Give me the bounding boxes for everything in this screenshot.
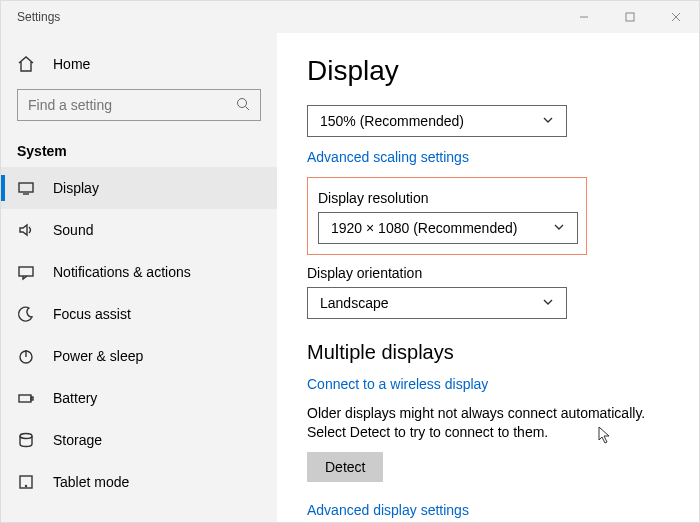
close-button[interactable] [653,1,699,33]
orientation-select[interactable]: Landscape [307,287,567,319]
home-nav[interactable]: Home [1,47,277,81]
sidebar-item-label: Focus assist [53,306,131,322]
settings-window: Settings Home Find a setting System Disp… [0,0,700,523]
tablet-icon [17,473,35,491]
svg-rect-11 [19,395,31,402]
nav-list: Display Sound Notifications & actions Fo… [1,167,277,503]
search-icon [236,97,250,114]
sidebar-item-display[interactable]: Display [1,167,277,209]
battery-icon [17,389,35,407]
home-icon [17,55,35,73]
sidebar-item-label: Storage [53,432,102,448]
sidebar-item-label: Display [53,180,99,196]
scale-select[interactable]: 150% (Recommended) [307,105,567,137]
window-controls [561,1,699,33]
sound-icon [17,221,35,239]
svg-rect-12 [31,397,33,400]
sidebar-item-label: Notifications & actions [53,264,191,280]
sidebar-item-label: Sound [53,222,93,238]
svg-point-4 [238,98,247,107]
maximize-button[interactable] [607,1,653,33]
svg-line-5 [246,106,250,110]
cursor-icon [598,426,612,447]
content-pane: Display 150% (Recommended) Advanced scal… [277,33,699,522]
home-label: Home [53,56,90,72]
multi-displays-heading: Multiple displays [307,341,669,364]
resolution-label: Display resolution [318,190,576,206]
svg-rect-6 [19,183,33,192]
sidebar-item-label: Power & sleep [53,348,143,364]
sidebar-item-label: Tablet mode [53,474,129,490]
resolution-select[interactable]: 1920 × 1080 (Recommended) [318,212,578,244]
chevron-down-icon [553,220,565,236]
moon-icon [17,305,35,323]
power-icon [17,347,35,365]
sidebar-item-battery[interactable]: Battery [1,377,277,419]
storage-icon [17,431,35,449]
search-input[interactable]: Find a setting [17,89,261,121]
advanced-display-link[interactable]: Advanced display settings [307,502,669,518]
resolution-value: 1920 × 1080 (Recommended) [331,220,517,236]
detect-button[interactable]: Detect [307,452,383,482]
svg-rect-1 [626,13,634,21]
sidebar-item-notifications[interactable]: Notifications & actions [1,251,277,293]
orientation-value: Landscape [320,295,389,311]
svg-point-13 [20,434,32,439]
sidebar-item-label: Battery [53,390,97,406]
detect-help-text: Older displays might not always connect … [307,404,669,442]
scale-value: 150% (Recommended) [320,113,464,129]
sidebar-item-focus-assist[interactable]: Focus assist [1,293,277,335]
minimize-button[interactable] [561,1,607,33]
titlebar: Settings [1,1,699,33]
sidebar-item-sound[interactable]: Sound [1,209,277,251]
svg-point-15 [26,486,27,487]
sidebar-item-tablet[interactable]: Tablet mode [1,461,277,503]
chevron-down-icon [542,295,554,311]
resolution-highlight: Display resolution 1920 × 1080 (Recommen… [307,177,587,255]
wireless-display-link[interactable]: Connect to a wireless display [307,376,669,392]
sidebar-item-power[interactable]: Power & sleep [1,335,277,377]
window-title: Settings [1,10,60,24]
svg-rect-8 [19,267,33,276]
sidebar-item-storage[interactable]: Storage [1,419,277,461]
advanced-scaling-link[interactable]: Advanced scaling settings [307,149,669,165]
category-label: System [1,131,277,167]
chevron-down-icon [542,113,554,129]
orientation-label: Display orientation [307,265,669,281]
search-placeholder: Find a setting [28,97,112,113]
page-title: Display [307,55,669,87]
display-icon [17,179,35,197]
sidebar: Home Find a setting System Display Sound [1,33,277,522]
notifications-icon [17,263,35,281]
